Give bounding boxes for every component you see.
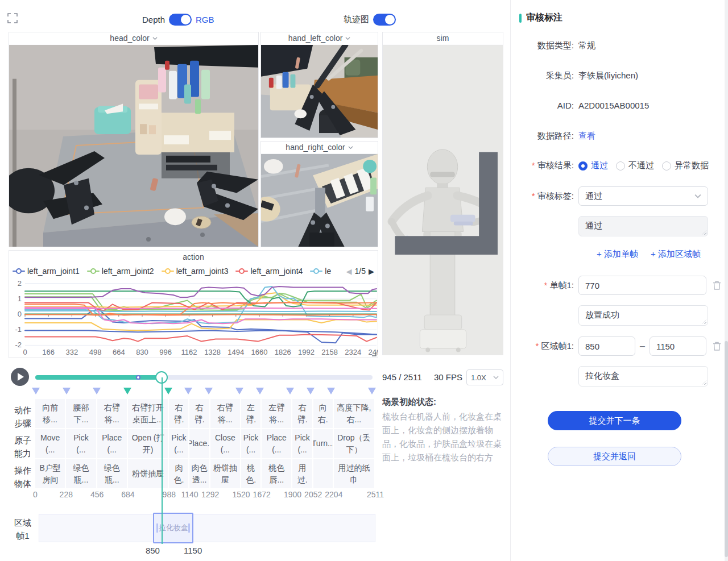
radio-fail[interactable]: 不通过 — [616, 160, 654, 171]
hand-right-camera-image — [261, 154, 378, 247]
hand-left-camera-select[interactable]: hand_left_color — [261, 32, 378, 44]
timeline-marker-1900[interactable] — [286, 388, 294, 394]
step-cell[interactable]: Pick (... — [241, 429, 260, 458]
hand-right-camera-select[interactable]: hand_right_color — [261, 142, 378, 153]
region-right-handle[interactable] — [188, 523, 190, 533]
step-cell[interactable]: B户型房间 — [35, 459, 65, 488]
scrollbar-thumb[interactable] — [725, 341, 728, 557]
legend-item-left_arm_joint1[interactable]: left_arm_joint1 — [13, 267, 80, 276]
single-frame-label: 单帧1: — [519, 276, 574, 291]
step-cell[interactable]: 高度下降, 右... — [334, 399, 374, 428]
legend-item-left_arm_joint3[interactable]: left_arm_joint3 — [162, 267, 229, 276]
step-cell[interactable]: Turn... — [313, 429, 333, 458]
step-cell[interactable]: Close (... — [210, 429, 240, 458]
legend-item-left_arm_joint4[interactable]: left_arm_joint4 — [235, 267, 303, 276]
timeline-marker-988[interactable] — [164, 388, 172, 394]
trajectory-switch[interactable] — [373, 14, 396, 26]
step-cell[interactable]: 绿色瓶... — [97, 459, 127, 488]
timeline-marker-0[interactable] — [32, 388, 40, 394]
step-cell[interactable]: Move (... — [35, 429, 65, 458]
fullscreen-icon[interactable] — [7, 13, 18, 23]
timeline-marker-1292[interactable] — [205, 388, 213, 394]
joint-trajectory-chart[interactable]: 210-1-2016633249866483099611621328149416… — [9, 278, 378, 358]
step-cell[interactable]: 肉色. — [169, 459, 188, 488]
timeline-marker-1672[interactable] — [256, 388, 264, 394]
axis-tick-label: 1292 — [201, 490, 219, 499]
step-cell[interactable]: Pick (... — [292, 429, 312, 458]
timeline-marker-1140[interactable] — [184, 388, 192, 394]
legend-item-le[interactable]: le — [310, 267, 331, 276]
radio-pass-label: 通过 — [591, 160, 608, 171]
submit-and-return-button[interactable]: 提交并返回 — [548, 447, 681, 466]
slider-handle[interactable] — [155, 371, 168, 384]
legend-item-left_arm_joint2[interactable]: left_arm_joint2 — [87, 267, 154, 276]
step-cell[interactable]: Place.. — [189, 429, 209, 458]
step-cell[interactable]: Open (打开) — [128, 429, 168, 458]
step-cell[interactable]: 右臂. — [169, 399, 188, 428]
step-cell[interactable]: 右臂. — [189, 399, 209, 428]
resize-handle-icon[interactable] — [371, 351, 377, 356]
region-frame-box[interactable]: 拉化妆盒 — [153, 513, 193, 543]
play-button[interactable] — [11, 368, 29, 386]
review-tag-select[interactable]: 通过 — [578, 186, 708, 206]
head-camera-select[interactable]: head_color — [9, 32, 258, 44]
step-cell[interactable]: Place (... — [97, 429, 127, 458]
step-cell[interactable]: 肉色透... — [189, 459, 209, 488]
delete-single-frame-icon[interactable] — [712, 280, 722, 290]
playback-speed-select[interactable]: 1.0X — [466, 369, 503, 385]
region-end-input[interactable]: 1150 — [650, 336, 706, 356]
depth-rgb-switch[interactable] — [169, 14, 192, 26]
legend-prev-icon[interactable]: ◀ — [346, 267, 352, 276]
step-cell[interactable]: 粉饼抽屉 — [128, 459, 168, 488]
region-frame-note-textarea[interactable]: 拉化妆盒 — [578, 366, 708, 387]
step-cell[interactable]: 右臂打开桌面上... — [128, 399, 168, 428]
radio-pass[interactable]: 通过 — [578, 160, 608, 171]
resize-handle-icon[interactable] — [383, 45, 502, 354]
single-frame-input[interactable]: 770 — [578, 276, 706, 295]
legend-next-icon[interactable]: ▶ — [369, 267, 374, 276]
step-cell[interactable]: 粉饼抽屉 — [210, 459, 240, 488]
step-cell[interactable]: 桃色唇... — [262, 459, 291, 488]
step-cell[interactable]: 绿色瓶... — [66, 459, 96, 488]
region-frame-track[interactable]: 拉化妆盒 — [39, 514, 375, 542]
submit-and-next-button[interactable]: 提交并下一条 — [548, 411, 681, 430]
region-left-handle[interactable] — [156, 523, 158, 533]
step-cell[interactable]: 向前移... — [35, 399, 65, 428]
step-cell[interactable]: 用过. — [292, 459, 312, 488]
timeline-marker-2511[interactable] — [368, 388, 376, 394]
timeline-marker-228[interactable] — [63, 388, 71, 394]
step-cell[interactable]: 左臂. — [241, 399, 260, 428]
step-cell[interactable]: 腰部下... — [66, 399, 96, 428]
scene-note-text: 梳妆台在机器人前，化妆盒在桌面上，化妆盒的侧边摆放着物品，化妆品，护肤品盒垃圾在… — [382, 410, 510, 464]
radio-abnormal[interactable]: 异常数据 — [662, 160, 709, 171]
timeline-marker-684[interactable] — [123, 388, 131, 394]
step-cell[interactable]: 桃色. — [241, 459, 260, 488]
step-cell[interactable]: Pick (... — [169, 429, 188, 458]
step-cell[interactable]: 右臂将... — [97, 399, 127, 428]
axis-tick-label: 2204 — [325, 490, 342, 499]
sim-viewport[interactable] — [383, 45, 503, 355]
step-cell[interactable]: 向右. — [313, 399, 333, 428]
head-camera-image — [9, 45, 258, 247]
add-single-frame-link[interactable]: + 添加单帧 — [597, 249, 638, 259]
timeline-marker-456[interactable] — [93, 388, 101, 394]
step-cell[interactable]: Pick (... — [66, 429, 96, 458]
step-cell[interactable] — [313, 459, 333, 488]
timeline-marker-2052[interactable] — [307, 388, 315, 394]
timeline-marker-2204[interactable] — [327, 388, 335, 394]
timeline-slider[interactable] — [35, 375, 373, 380]
step-cell[interactable]: Drop（丢下） — [334, 429, 374, 458]
tag-note-textarea[interactable]: 通过 — [578, 216, 708, 236]
step-cell[interactable]: 右臂将... — [210, 399, 240, 428]
step-cell[interactable]: 右臂. — [292, 399, 312, 428]
add-region-frame-link[interactable]: + 添加区域帧 — [651, 249, 701, 259]
timeline-marker-1520[interactable] — [235, 388, 243, 394]
single-frame-note-textarea[interactable]: 放置成功 — [578, 305, 708, 326]
step-cell[interactable]: Place (... — [262, 429, 291, 458]
scrollbar-track[interactable] — [725, 0, 728, 561]
data-path-view-link[interactable]: 查看 — [578, 126, 595, 142]
region-start-input[interactable]: 850 — [578, 336, 635, 356]
step-cell[interactable]: 用过的纸巾 — [334, 459, 374, 488]
delete-region-frame-icon[interactable] — [712, 341, 722, 351]
step-cell[interactable]: 左臂将... — [262, 399, 291, 428]
